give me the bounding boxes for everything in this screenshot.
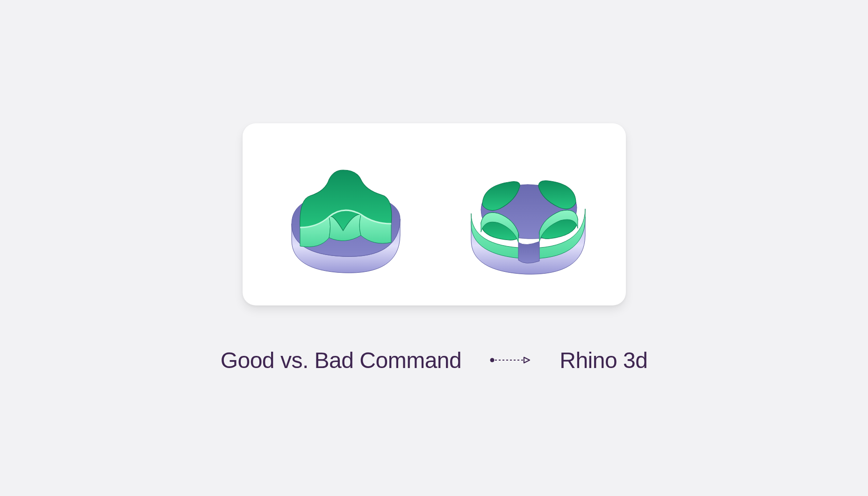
bad-model [455,154,595,275]
svg-point-0 [490,358,495,362]
caption-right: Rhino 3d [560,347,647,373]
good-model [273,154,413,275]
page-root: Good vs. Bad Command Rhino 3d [0,0,868,496]
caption-left: Good vs. Bad Command [221,347,462,373]
front-notch [518,241,539,263]
illustration-card [243,123,626,305]
arrow-icon [489,356,531,364]
caption-row: Good vs. Bad Command Rhino 3d [221,347,648,373]
